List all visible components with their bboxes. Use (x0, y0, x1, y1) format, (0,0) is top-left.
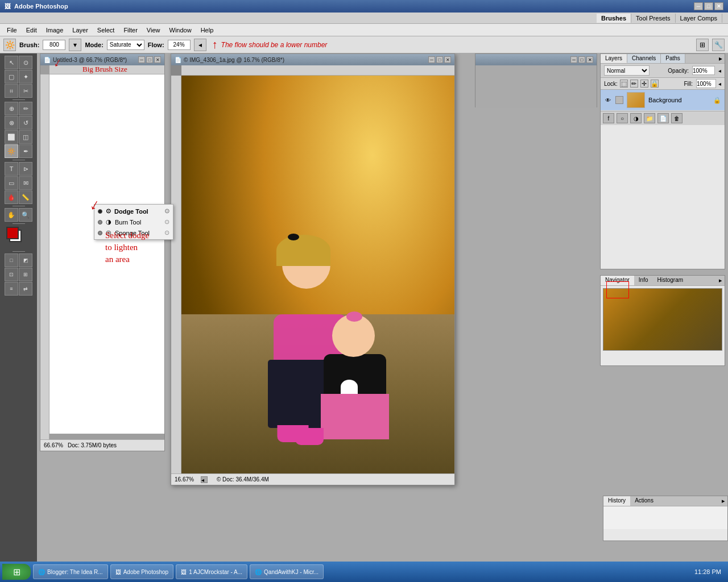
notes-tool[interactable]: ✉ (19, 176, 32, 190)
brush-tool[interactable]: ✏ (19, 102, 32, 115)
menu-file[interactable]: File (2, 26, 22, 35)
tool-row-11: ✋ 🔍 (5, 208, 32, 222)
tab-layers[interactable]: Layers (601, 54, 627, 63)
tab-history[interactable]: History (603, 496, 630, 506)
sponge-tool-option[interactable]: ◎ Sponge Tool ⊙ (94, 227, 173, 238)
foreground-color[interactable] (6, 227, 19, 239)
photo-minimize[interactable]: ─ (428, 56, 435, 63)
tool-presets-btn[interactable]: 🔧 (712, 39, 725, 51)
brush-picker-btn[interactable]: ▾ (69, 39, 81, 51)
lasso-tool[interactable]: ⊙ (19, 56, 32, 69)
opacity-input[interactable] (692, 66, 715, 75)
layer-visibility-eye[interactable]: 👁 (604, 96, 612, 104)
taskbar-item-photoshop[interactable]: 🖼 Adobe Photoshop (110, 564, 174, 579)
untitled-maximize[interactable]: □ (146, 56, 153, 63)
mini-maximize[interactable]: □ (578, 56, 585, 63)
measure-tool[interactable]: 📏 (19, 190, 32, 204)
burn-tool-option[interactable]: ◑ Burn Tool ⊙ (94, 217, 173, 227)
start-button[interactable]: ⊞ (2, 564, 31, 580)
extra-btn1[interactable]: ≡ (5, 282, 18, 296)
taskbar-item-ajc[interactable]: 🖼 1 AJCMrockstar - A... (176, 564, 247, 579)
quick-mask[interactable]: ◩ (19, 253, 32, 267)
add-mask-btn[interactable]: ○ (617, 113, 628, 123)
marquee-tool[interactable]: ▢ (5, 70, 18, 84)
photo-canvas-content[interactable] (171, 65, 454, 473)
eraser-tool[interactable]: ⬜ (5, 130, 18, 144)
blend-mode-select[interactable]: Normal Multiply Screen (604, 65, 650, 76)
layer-background[interactable]: 👁 Background 🔒 (601, 90, 725, 111)
dodge-tool-option[interactable]: ⊙ Dodge Tool ⊙ (94, 206, 173, 217)
zoom-tool[interactable]: 🔍 (19, 208, 32, 222)
history-menu-icon[interactable]: ▸ (719, 496, 727, 506)
clone-stamp[interactable]: ⊗ (5, 116, 18, 130)
spot-heal[interactable]: ⊕ (5, 102, 18, 115)
fill-input[interactable] (696, 79, 716, 88)
lock-transparent[interactable]: ⬚ (620, 80, 628, 88)
add-layer-btn[interactable]: 📄 (657, 113, 669, 123)
tab-histogram[interactable]: Histogram (653, 276, 688, 285)
magic-wand[interactable]: ✦ (19, 70, 32, 84)
full-screen[interactable]: ⊞ (19, 268, 32, 281)
menu-help[interactable]: Help (196, 26, 218, 35)
flow-input[interactable] (168, 40, 191, 50)
move-tool[interactable]: ↖ (5, 56, 18, 69)
mini-close[interactable]: ✕ (586, 56, 593, 63)
flow-slider-btn[interactable]: ◂ (194, 39, 206, 51)
lock-position[interactable]: ✛ (640, 80, 648, 88)
crop-tool[interactable]: ⌗ (5, 84, 18, 98)
maximize-btn[interactable]: □ (704, 2, 713, 10)
eyedrop-tool[interactable]: 🩸 (5, 190, 18, 204)
slice-tool[interactable]: ✂ (19, 84, 32, 98)
path-select[interactable]: ⊳ (19, 162, 32, 176)
scroll-left[interactable]: ◂ (201, 476, 208, 483)
tab-actions[interactable]: Actions (630, 496, 658, 506)
taskbar-item-blogger[interactable]: 🌐 Blogger: The Idea R... (33, 564, 108, 579)
gradient-tool[interactable]: ◫ (19, 130, 32, 144)
pen-tool[interactable]: ✒ (19, 144, 32, 158)
untitled-close[interactable]: ✕ (154, 56, 161, 63)
brushes-panel-btn[interactable]: ⊞ (696, 39, 709, 51)
layers-menu-icon[interactable]: ▸ (719, 55, 722, 63)
menu-view[interactable]: View (142, 26, 165, 35)
menu-image[interactable]: Image (42, 26, 68, 35)
tab-paths[interactable]: Paths (661, 54, 685, 63)
tab-channels[interactable]: Channels (627, 54, 661, 63)
tab-layer-comps[interactable]: Layer Comps (676, 14, 722, 23)
close-btn[interactable]: ✕ (714, 2, 723, 10)
shape-tool[interactable]: ▭ (5, 176, 18, 190)
hand-tool[interactable]: ✋ (5, 208, 18, 222)
mini-minimize[interactable]: ─ (570, 56, 577, 63)
photo-image-area[interactable] (181, 76, 454, 473)
add-adjustment-btn[interactable]: ◑ (630, 113, 642, 123)
canvas-white-area[interactable] (49, 74, 164, 434)
taskbar-item-qanda[interactable]: 🌐 QandAwithKJ - Micr... (250, 564, 324, 579)
type-tool[interactable]: T (5, 162, 18, 176)
minimize-btn[interactable]: ─ (694, 2, 703, 10)
menu-layer[interactable]: Layer (68, 26, 93, 35)
standard-mode[interactable]: □ (5, 253, 18, 267)
lock-all[interactable]: 🔒 (651, 80, 659, 88)
add-group-btn[interactable]: 📁 (644, 113, 655, 123)
add-style-btn[interactable]: f (603, 113, 614, 123)
untitled-minimize[interactable]: ─ (138, 56, 145, 63)
fill-arrow[interactable]: ◂ (718, 81, 721, 87)
opacity-arrow[interactable]: ◂ (718, 68, 721, 74)
tab-tool-presets[interactable]: Tool Presets (631, 14, 676, 23)
nav-menu-icon[interactable]: ▸ (717, 276, 725, 285)
menu-edit[interactable]: Edit (22, 26, 42, 35)
menu-filter[interactable]: Filter (119, 26, 142, 35)
delete-layer-btn[interactable]: 🗑 (671, 113, 682, 123)
mode-select[interactable]: Saturate Shadows Midtones Highlights (107, 40, 144, 50)
extra-btn2[interactable]: ⇄ (19, 282, 32, 296)
photo-maximize[interactable]: □ (436, 56, 443, 63)
tab-info[interactable]: Info (634, 276, 653, 285)
history-brush[interactable]: ↺ (19, 116, 32, 130)
screen-mode[interactable]: ⊡ (5, 268, 18, 281)
brush-size-input[interactable] (43, 40, 65, 50)
menu-select[interactable]: Select (93, 26, 119, 35)
tab-brushes[interactable]: Brushes (597, 14, 631, 23)
lock-image[interactable]: ✏ (630, 80, 638, 88)
dodge-burn-tool[interactable]: 🔆 (5, 144, 18, 158)
menu-window[interactable]: Window (165, 26, 196, 35)
photo-close[interactable]: ✕ (444, 56, 451, 63)
